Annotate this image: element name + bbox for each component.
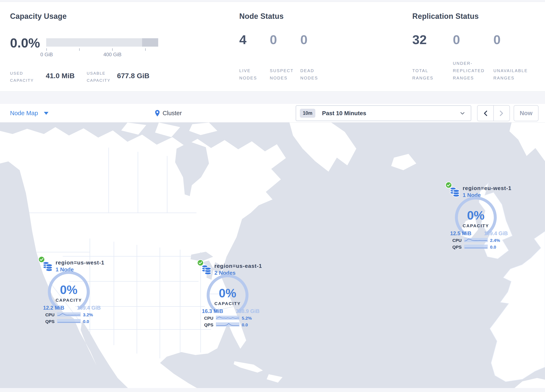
breadcrumb[interactable]: Cluster [155, 104, 182, 123]
qps-label: QPS [35, 319, 55, 324]
region-capacity-label: CAPACITY [453, 223, 499, 228]
qps-value: 0.0 [242, 322, 265, 327]
cpu-sparkline [464, 238, 488, 242]
breadcrumb-cluster-label: Cluster [163, 110, 182, 117]
usable-capacity-label: USABLECAPACITY [87, 70, 111, 84]
time-range-label: Past 10 Minutes [322, 110, 366, 117]
qps-sparkline [57, 319, 81, 323]
node-status-title: Node Status [239, 12, 284, 21]
cpu-sparkline [216, 316, 240, 320]
region-capacity-percent: 0% [204, 286, 251, 300]
capacity-axis-label: 0 GiB [30, 52, 63, 57]
usable-capacity-value: 677.8 GiB [117, 72, 149, 80]
now-button[interactable]: Now [514, 105, 539, 121]
region-capacity-label: CAPACITY [46, 298, 92, 303]
capacity-bar [46, 38, 158, 47]
region-marker[interactable]: region=us-west-1 1 Node 0% CAPACITY 12.2… [35, 254, 106, 323]
map-toolbar: Node Map Cluster 10m Past 10 Minutes [0, 104, 545, 123]
qps-label: QPS [194, 322, 213, 327]
chevron-down-icon [44, 112, 49, 115]
cluster-overview-page: Capacity Usage 0.0% 0 GiB 400 GiB USEDCA… [0, 0, 545, 392]
view-mode-label: Node Map [10, 110, 38, 117]
cpu-label: CPU [35, 312, 55, 317]
live-nodes-stat: 4 LIVENODES [239, 33, 246, 82]
map-pin-icon [155, 110, 160, 117]
region-total-capacity: 338.9 GiB [233, 308, 262, 314]
chevron-down-icon [460, 112, 464, 115]
total-ranges-stat: 32 TOTALRANGES [412, 33, 427, 82]
region-used-capacity: 16.3 MiB [198, 308, 227, 314]
region-used-capacity: 12.2 MiB [39, 305, 68, 311]
dead-nodes-stat: 0 DEADNODES [300, 33, 307, 82]
qps-label: QPS [442, 245, 462, 250]
capacity-axis-tick [79, 48, 80, 51]
qps-sparkline [464, 245, 488, 249]
qps-sparkline [216, 322, 240, 327]
region-capacity-percent: 0% [46, 283, 92, 297]
replication-status-title: Replication Status [412, 12, 479, 21]
region-marker[interactable]: region=eu-west-1 1 Node 0% CAPACITY 12.5… [442, 180, 514, 249]
region-capacity-label: CAPACITY [204, 301, 251, 306]
chevron-right-icon [500, 111, 503, 116]
capacity-used-percent: 0.0% [10, 35, 40, 50]
time-forward-button[interactable] [493, 106, 510, 121]
chevron-left-icon [483, 111, 487, 116]
qps-value: 0.0 [490, 245, 513, 250]
capacity-bar-nonusable-segment [142, 38, 158, 47]
region-total-capacity: 169.4 GiB [481, 230, 511, 236]
region-marker[interactable]: region=us-east-1 2 Nodes 0% CAPACITY 16.… [194, 258, 265, 327]
qps-value: 0.0 [83, 319, 106, 324]
capacity-axis-tick [145, 48, 146, 51]
node-map[interactable]: region=us-west-1 1 Node 0% CAPACITY 12.2… [0, 123, 545, 388]
time-back-button[interactable] [477, 106, 493, 121]
time-range-badge: 10m [300, 109, 315, 118]
used-capacity-label: USEDCAPACITY [10, 70, 34, 84]
capacity-usage-title: Capacity Usage [10, 12, 67, 21]
cpu-label: CPU [194, 316, 213, 321]
region-label: region=us-west-1 [56, 260, 105, 266]
cpu-label: CPU [442, 238, 462, 243]
region-used-capacity: 12.5 MiB [446, 230, 475, 236]
region-label: region=eu-west-1 [463, 185, 512, 192]
cpu-sparkline [57, 312, 81, 317]
unavailable-ranges-stat: 0 UNAVAILABLERANGES [493, 33, 501, 82]
capacity-axis-tick [46, 48, 47, 51]
region-label: region=us-east-1 [214, 263, 262, 269]
capacity-axis-label: 400 GiB [96, 52, 129, 57]
suspect-nodes-stat: 0 SUSPECTNODES [270, 33, 277, 82]
cluster-summary-panel: Capacity Usage 0.0% 0 GiB 400 GiB USEDCA… [0, 2, 545, 92]
time-range-stepper [477, 105, 510, 121]
region-total-capacity: 169.4 GiB [74, 305, 103, 311]
capacity-axis-tick [112, 48, 113, 51]
region-capacity-percent: 0% [453, 208, 499, 222]
cpu-value: 5.2% [242, 316, 265, 321]
cpu-value: 3.2% [83, 312, 106, 317]
used-capacity-value: 41.0 MiB [46, 72, 74, 80]
view-mode-dropdown[interactable]: Node Map [10, 104, 49, 123]
page-footer-strip [0, 388, 545, 392]
cpu-value: 2.4% [490, 238, 513, 243]
time-range-dropdown[interactable]: 10m Past 10 Minutes [296, 105, 471, 121]
under-replicated-ranges-stat: 0 UNDER-REPLICATEDRANGES [453, 33, 460, 82]
